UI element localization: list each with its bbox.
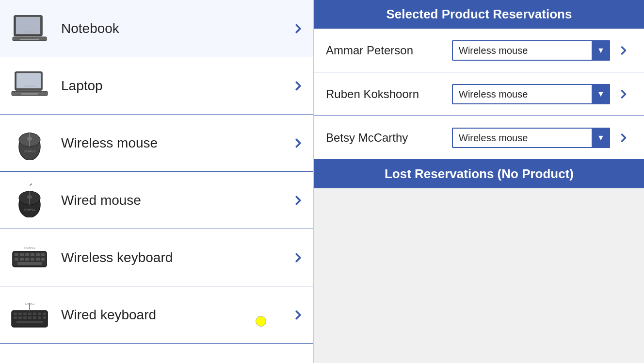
person-name-ruben: Ruben Kokshoorn bbox=[326, 87, 452, 101]
svg-rect-24 bbox=[31, 253, 34, 256]
svg-rect-46 bbox=[28, 316, 32, 319]
svg-text:SAMPLE: SAMPLE bbox=[24, 84, 35, 87]
svg-rect-28 bbox=[20, 258, 24, 261]
svg-rect-42 bbox=[43, 313, 46, 315]
svg-rect-33 bbox=[17, 262, 42, 265]
svg-rect-26 bbox=[41, 253, 45, 256]
wired-mouse-icon: SAMPLE bbox=[8, 181, 51, 220]
product-label-wired-mouse: Wired mouse bbox=[61, 193, 291, 208]
svg-rect-27 bbox=[15, 258, 18, 261]
notebook-icon: SAMPLE bbox=[8, 9, 51, 48]
svg-rect-49 bbox=[43, 316, 46, 319]
svg-text:SAMPLE: SAMPLE bbox=[24, 246, 35, 249]
chevron-right-icon-wireless-keyboard[interactable] bbox=[291, 250, 306, 265]
person-name-betsy: Betsy McCarthy bbox=[326, 131, 452, 145]
svg-rect-38 bbox=[23, 313, 27, 315]
chevron-right-icon-wired-mouse[interactable] bbox=[291, 193, 306, 208]
svg-rect-29 bbox=[25, 258, 29, 261]
reservation-row-betsy: Betsy McCarthyWireless mouseWired mouseN… bbox=[314, 116, 644, 160]
product-label-wired-keyboard: Wired keyboard bbox=[61, 307, 291, 323]
svg-rect-22 bbox=[20, 253, 24, 256]
svg-rect-40 bbox=[33, 313, 36, 315]
product-item-wired-keyboard[interactable]: SAMPLE Wired keyboard bbox=[0, 286, 313, 344]
nav-arrow-button-ammar[interactable] bbox=[615, 42, 632, 59]
svg-rect-37 bbox=[18, 313, 22, 315]
wireless-keyboard-icon: SAMPLE bbox=[8, 238, 51, 277]
product-list: SAMPLE Notebook SAMPLE Laptop SAMPLE Wir… bbox=[0, 0, 314, 363]
svg-rect-39 bbox=[28, 313, 32, 315]
product-item-wired-mouse[interactable]: SAMPLE Wired mouse bbox=[0, 172, 313, 229]
product-select-wrapper-ruben: Wireless mouseWired mouseNotebookLaptopW… bbox=[452, 84, 610, 104]
nav-arrow-button-ruben[interactable] bbox=[615, 85, 632, 103]
svg-point-18 bbox=[27, 195, 32, 199]
svg-rect-45 bbox=[23, 316, 27, 319]
product-select-wrapper-betsy: Wireless mouseWired mouseNotebookLaptopW… bbox=[452, 128, 610, 148]
product-item-laptop[interactable]: SAMPLE Laptop bbox=[0, 57, 313, 115]
selected-reservations-header: Selected Product Reservations bbox=[314, 0, 644, 29]
chevron-right-icon-wireless-mouse[interactable] bbox=[291, 136, 306, 150]
product-label-laptop: Laptop bbox=[61, 78, 291, 94]
svg-rect-48 bbox=[38, 316, 41, 319]
wireless-mouse-icon: SAMPLE bbox=[8, 124, 51, 163]
nav-arrow-button-betsy[interactable] bbox=[615, 129, 632, 147]
product-select-wrapper-ammar: Wireless mouseWired mouseNotebookLaptopW… bbox=[452, 40, 610, 61]
svg-rect-32 bbox=[41, 258, 45, 261]
chevron-right-icon-laptop[interactable] bbox=[291, 79, 306, 93]
product-select-ammar[interactable]: Wireless mouseWired mouseNotebookLaptopW… bbox=[452, 40, 610, 61]
right-panel: Selected Product Reservations Ammar Pete… bbox=[314, 0, 644, 363]
svg-rect-31 bbox=[36, 258, 40, 261]
reservation-row-ammar: Ammar PetersonWireless mouseWired mouseN… bbox=[314, 29, 644, 72]
product-label-notebook: Notebook bbox=[61, 21, 291, 36]
svg-rect-50 bbox=[16, 321, 43, 323]
svg-text:SAMPLE: SAMPLE bbox=[24, 150, 35, 153]
product-label-wireless-mouse: Wireless mouse bbox=[61, 135, 291, 151]
svg-rect-25 bbox=[36, 253, 40, 256]
reservation-row-ruben: Ruben KokshoornWireless mouseWired mouse… bbox=[314, 72, 644, 116]
person-name-ammar: Ammar Peterson bbox=[326, 44, 452, 57]
chevron-right-icon-notebook[interactable] bbox=[291, 21, 306, 36]
product-item-wireless-mouse[interactable]: SAMPLE Wireless mouse bbox=[0, 115, 313, 172]
svg-text:SAMPLE: SAMPLE bbox=[25, 302, 35, 305]
svg-rect-36 bbox=[14, 313, 17, 315]
svg-text:SAMPLE: SAMPLE bbox=[23, 30, 37, 33]
laptop-icon: SAMPLE bbox=[8, 66, 51, 105]
product-item-wireless-keyboard[interactable]: SAMPLE Wireless keyboard bbox=[0, 229, 313, 286]
svg-rect-8 bbox=[21, 93, 38, 95]
svg-rect-30 bbox=[31, 258, 34, 261]
product-select-betsy[interactable]: Wireless mouseWired mouseNotebookLaptopW… bbox=[452, 128, 610, 148]
lost-reservations-header: Lost Reservations (No Product) bbox=[314, 160, 644, 188]
product-select-ruben[interactable]: Wireless mouseWired mouseNotebookLaptopW… bbox=[452, 84, 610, 104]
svg-rect-44 bbox=[18, 316, 22, 319]
chevron-right-icon-wired-keyboard[interactable] bbox=[291, 308, 306, 322]
svg-rect-41 bbox=[38, 313, 41, 315]
svg-rect-21 bbox=[15, 253, 18, 256]
product-label-wireless-keyboard: Wireless keyboard bbox=[61, 250, 291, 265]
svg-rect-43 bbox=[14, 316, 17, 319]
svg-point-13 bbox=[27, 137, 32, 141]
svg-rect-23 bbox=[25, 253, 29, 256]
svg-text:SAMPLE: SAMPLE bbox=[24, 208, 35, 211]
reservations-list: Ammar PetersonWireless mouseWired mouseN… bbox=[314, 29, 644, 160]
svg-rect-3 bbox=[20, 39, 39, 40]
wired-keyboard-icon: SAMPLE bbox=[8, 296, 51, 334]
product-item-notebook[interactable]: SAMPLE Notebook bbox=[0, 0, 313, 57]
svg-rect-47 bbox=[33, 316, 36, 319]
